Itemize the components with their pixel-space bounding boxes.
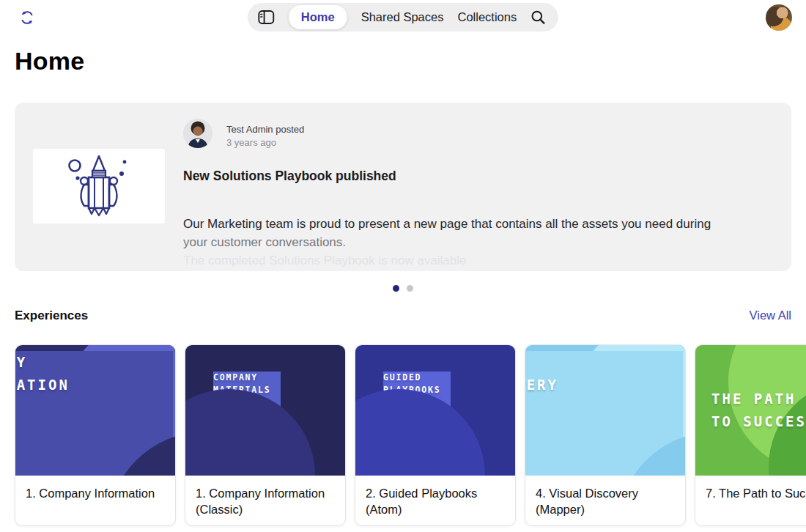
card-label: 2. Guided Playbooks (Atom): [355, 476, 515, 526]
author-avatar: [183, 119, 212, 148]
cover-title: THE PATH TO SUCCESS: [711, 388, 806, 433]
announcement-author: Test Admin posted: [226, 124, 304, 135]
card-cover: VISUAL DISCOVERY: [525, 345, 685, 476]
experience-card-company-information[interactable]: COMPANY INFORMATION 1. Company Informati…: [15, 344, 176, 526]
announcement-body-line3-faded: The completed Solutions Playbook is now …: [183, 251, 774, 270]
tab-home[interactable]: Home: [289, 5, 347, 29]
user-avatar[interactable]: [766, 4, 792, 31]
announcement-card[interactable]: Test Admin posted 3 years ago New Soluti…: [15, 103, 791, 271]
card-cover: COMPANY MATERIALS: [185, 345, 345, 476]
announcement-body: Our Marketing team is proud to present a…: [183, 215, 774, 270]
card-cover: THE PATH TO SUCCESS: [695, 345, 806, 476]
carousel-dots: [0, 285, 806, 292]
card-label: 1. Company Information: [15, 476, 175, 511]
main-navigation: Home Shared Spaces Collections: [248, 3, 558, 32]
experiences-header: Experiences View All: [15, 309, 791, 323]
experience-card-guided-playbooks[interactable]: GUIDED PLAYBOOKS 2. Guided Playbooks (At…: [355, 344, 516, 526]
card-label: 1. Company Information (Classic): [185, 476, 345, 526]
sidebar-toggle-icon[interactable]: [258, 10, 275, 25]
topbar: Home Shared Spaces Collections: [0, 0, 806, 35]
tab-collections[interactable]: Collections: [457, 10, 517, 24]
sync-refresh-icon[interactable]: [18, 8, 37, 27]
tab-shared-spaces[interactable]: Shared Spaces: [361, 10, 444, 24]
carousel-dot-1[interactable]: [393, 285, 399, 292]
page-title: Home: [15, 47, 84, 75]
experiences-heading: Experiences: [15, 309, 88, 323]
rocket-illustration-icon: [55, 155, 143, 218]
announcement-body-line1: Our Marketing team is proud to present a…: [183, 215, 774, 233]
search-icon[interactable]: [530, 10, 546, 25]
carousel-dot-2[interactable]: [407, 285, 413, 292]
card-label: 7. The Path to Success: [695, 476, 806, 511]
experiences-card-row: COMPANY INFORMATION 1. Company Informati…: [15, 344, 806, 526]
announcement-thumbnail: [33, 149, 165, 223]
announcement-timestamp: 3 years ago: [226, 137, 276, 148]
experience-card-path-to-success[interactable]: THE PATH TO SUCCESS 7. The Path to Succe…: [695, 344, 806, 526]
experience-card-visual-discovery[interactable]: VISUAL DISCOVERY 4. Visual Discovery (Ma…: [525, 344, 686, 526]
view-all-link[interactable]: View All: [750, 309, 791, 322]
card-cover: COMPANY INFORMATION: [15, 345, 175, 476]
card-label: 4. Visual Discovery (Mapper): [525, 476, 685, 526]
announcement-headline: New Solutions Playbook published: [183, 169, 396, 184]
announcement-body-line2: your customer conversations.: [183, 233, 774, 251]
card-cover: GUIDED PLAYBOOKS: [355, 345, 515, 476]
experience-card-company-information-classic[interactable]: COMPANY MATERIALS 1. Company Information…: [185, 344, 346, 526]
